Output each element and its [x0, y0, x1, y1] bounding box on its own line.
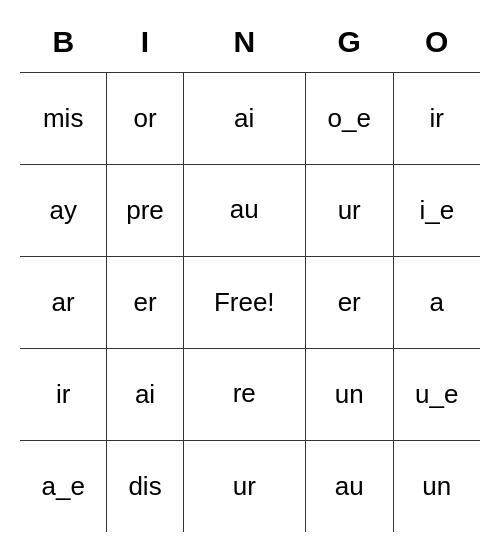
header-n: N [183, 12, 305, 72]
cell-r2c5: i_e [393, 164, 480, 256]
cell-r2c2: pre [107, 164, 183, 256]
cell-r4c3: re [183, 348, 305, 440]
header-b: B [20, 12, 107, 72]
cell-r2c4: ur [305, 164, 393, 256]
header-g: G [305, 12, 393, 72]
cell-r5c2: dis [107, 440, 183, 532]
table-row: ir ai re un u_e [20, 348, 480, 440]
cell-r2c3: au [183, 164, 305, 256]
cell-top: au [230, 194, 259, 225]
cell-multi-re: re [184, 378, 305, 409]
header-o: O [393, 12, 480, 72]
cell-r3c1: ar [20, 256, 107, 348]
cell-r1c4: o_e [305, 72, 393, 164]
header-i: I [107, 12, 183, 72]
header-row: B I N G O [20, 12, 480, 72]
cell-r3c2: er [107, 256, 183, 348]
table-row: mis or ai o_e ir [20, 72, 480, 164]
table-row: ar er Free! er a [20, 256, 480, 348]
bingo-table: B I N G O mis or ai o_e ir ay pre [20, 12, 480, 532]
cell-r4c4: un [305, 348, 393, 440]
cell-r4c5: u_e [393, 348, 480, 440]
cell-r5c5: un [393, 440, 480, 532]
cell-r3c4: er [305, 256, 393, 348]
cell-top: re [233, 378, 256, 409]
cell-r1c2: or [107, 72, 183, 164]
cell-r5c3: ur [183, 440, 305, 532]
cell-r4c1: ir [20, 348, 107, 440]
cell-r3c3-free: Free! [183, 256, 305, 348]
cell-r5c1: a_e [20, 440, 107, 532]
cell-r4c2: ai [107, 348, 183, 440]
bingo-card: B I N G O mis or ai o_e ir ay pre [20, 12, 480, 532]
cell-r1c1: mis [20, 72, 107, 164]
table-row: a_e dis ur au un [20, 440, 480, 532]
cell-r2c1: ay [20, 164, 107, 256]
cell-r1c5: ir [393, 72, 480, 164]
cell-r1c3: ai [183, 72, 305, 164]
cell-r3c5: a [393, 256, 480, 348]
cell-r5c4: au [305, 440, 393, 532]
cell-multi-au: au [184, 194, 305, 225]
table-row: ay pre au ur i_e [20, 164, 480, 256]
